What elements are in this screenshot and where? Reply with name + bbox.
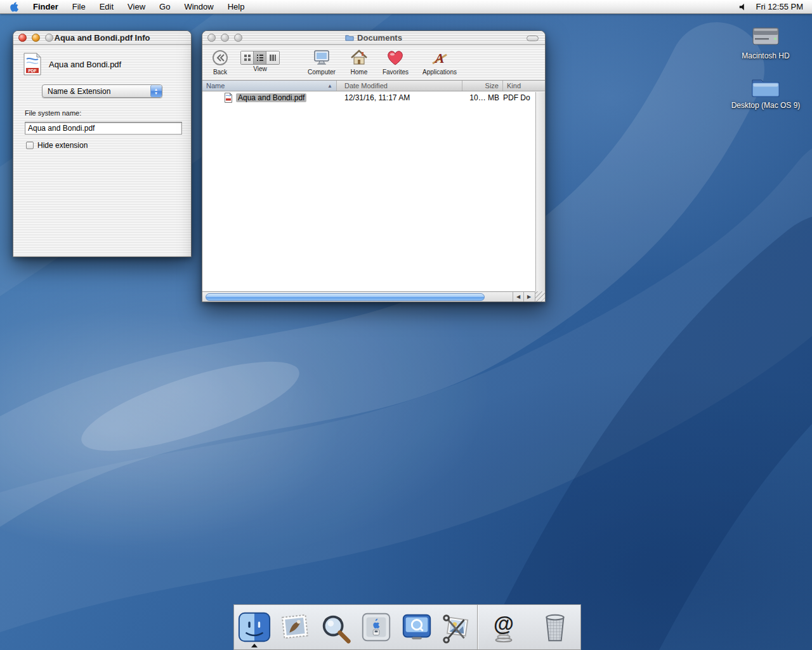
scissors-photo-icon	[440, 610, 474, 644]
list-column-headers: Name ▲ Date Modified Size Kind	[202, 81, 545, 91]
menu-window[interactable]: Window	[177, 0, 220, 14]
file-system-name-input[interactable]	[25, 122, 182, 135]
file-kind-cell: PDF Do	[503, 93, 535, 102]
documents-window-title: Documents	[202, 33, 545, 43]
system-preferences-icon	[359, 610, 393, 644]
svg-text:A: A	[434, 50, 445, 66]
menu-go[interactable]: Go	[152, 0, 177, 14]
column-header-size[interactable]: Size	[462, 81, 503, 91]
file-name-selected: Aqua and Bondi.pdf	[236, 93, 306, 102]
horizontal-scrollbar[interactable]: ◀ ▶	[202, 291, 545, 302]
documents-window: Documents Back	[202, 30, 546, 302]
column-view-button[interactable]	[266, 51, 279, 64]
dock-item-trash[interactable]	[529, 607, 580, 647]
desktop: { "menu_bar": { "items": ["Finder", "Fil…	[0, 0, 812, 650]
file-system-name-label: File system name:	[13, 98, 191, 119]
dock-item-grab[interactable]	[436, 607, 477, 647]
close-button[interactable]	[18, 34, 27, 42]
magnifying-glass-icon	[318, 610, 353, 644]
toolbar-toggle-button[interactable]	[527, 36, 539, 41]
documents-window-titlebar[interactable]: Documents	[202, 31, 545, 45]
desktop-icon-macintosh-hd[interactable]: Macintosh HD	[731, 23, 801, 60]
running-indicator	[251, 644, 258, 647]
resize-grip[interactable]	[535, 291, 545, 302]
menu-finder[interactable]: Finder	[26, 0, 65, 14]
column-header-name[interactable]: Name ▲	[202, 81, 337, 91]
info-file-name: Aqua and Bondi.pdf	[49, 60, 121, 69]
section-dropdown-value: Name & Extension	[43, 87, 150, 96]
column-header-size-label: Size	[485, 82, 499, 90]
trash-icon	[538, 610, 572, 644]
minimize-button[interactable]	[32, 34, 40, 42]
computer-icon	[312, 48, 331, 68]
favorites-heart-icon	[386, 48, 405, 68]
info-window: Aqua and Bondi.pdf Info PDF Aqua and Bon…	[13, 30, 192, 257]
hide-extension-checkbox[interactable]	[26, 142, 34, 149]
menu-file[interactable]: File	[65, 0, 93, 14]
list-view-icon	[256, 54, 264, 62]
list-view-button[interactable]	[254, 51, 266, 64]
mail-stamp-icon	[278, 610, 312, 644]
dock-item-sherlock[interactable]	[315, 607, 356, 647]
column-header-kind-label: Kind	[507, 82, 521, 90]
minimize-button[interactable]	[221, 34, 229, 42]
home-button[interactable]: Home	[350, 48, 369, 76]
menu-view[interactable]: View	[121, 0, 152, 14]
computer-button[interactable]: Computer	[308, 48, 336, 76]
info-file-row: PDF Aqua and Bondi.pdf	[13, 45, 191, 82]
back-button[interactable]: Back	[211, 48, 229, 76]
column-header-date-label: Date Modified	[344, 82, 388, 90]
desktop-icon-label: Macintosh HD	[742, 51, 789, 60]
menu-help[interactable]: Help	[221, 0, 252, 14]
computer-label: Computer	[308, 69, 336, 76]
section-dropdown[interactable]: Name & Extension ▲▼	[42, 84, 162, 98]
icon-view-button[interactable]	[241, 51, 254, 64]
info-window-title: Aqua and Bondi.pdf Info	[13, 33, 191, 43]
menu-clock[interactable]: Fri 12:55 PM	[754, 2, 812, 11]
menu-edit[interactable]: Edit	[93, 0, 121, 14]
hide-extension-row: Hide extension	[13, 135, 191, 150]
documents-window-title-text: Documents	[357, 33, 402, 43]
dock-item-internet-shortcut[interactable]: @	[478, 607, 529, 647]
horizontal-scrollbar-thumb[interactable]	[206, 293, 485, 301]
at-spring-icon: @	[487, 610, 521, 644]
dock-item-quicktime[interactable]	[396, 607, 437, 647]
pdf-file-icon	[224, 93, 233, 103]
column-header-name-label: Name	[206, 82, 225, 90]
close-button[interactable]	[207, 34, 216, 42]
sort-ascending-icon: ▲	[327, 83, 332, 89]
hide-extension-label: Hide extension	[37, 141, 88, 150]
desktop-icon-mac-os-9[interactable]: Desktop (Mac OS 9)	[731, 75, 801, 110]
dock-item-mail[interactable]	[275, 607, 315, 647]
dock-item-finder[interactable]	[234, 607, 275, 647]
zoom-button[interactable]	[234, 34, 242, 42]
applications-label: Applications	[422, 69, 457, 76]
home-label: Home	[351, 69, 368, 76]
desktop-icon-label: Desktop (Mac OS 9)	[731, 101, 801, 110]
applications-icon: A	[430, 48, 449, 68]
zoom-button[interactable]	[45, 34, 53, 42]
file-date-cell: 12/31/16, 11:17 AM	[337, 93, 462, 102]
applications-button[interactable]: A Applications	[422, 48, 457, 76]
favorites-button[interactable]: Favorites	[383, 48, 409, 76]
quicktime-icon	[400, 610, 434, 644]
apple-icon	[9, 1, 18, 12]
speaker-icon	[738, 3, 747, 11]
file-system-field-wrap	[13, 119, 191, 135]
file-name-cell: Aqua and Bondi.pdf	[202, 93, 337, 103]
scroll-right-button[interactable]: ▶	[523, 292, 534, 302]
svg-text:@: @	[494, 612, 514, 635]
apple-menu[interactable]	[0, 0, 26, 14]
file-row[interactable]: Aqua and Bondi.pdf 12/31/16, 11:17 AM 10…	[202, 92, 535, 103]
info-window-titlebar[interactable]: Aqua and Bondi.pdf Info	[13, 31, 191, 45]
menu-bar: Finder File Edit View Go Window Help Fri…	[0, 0, 812, 14]
documents-toolbar: Back	[202, 45, 545, 81]
column-header-date-modified[interactable]: Date Modified	[337, 81, 462, 91]
volume-menu-extra[interactable]	[732, 3, 754, 11]
view-segmented-control	[240, 51, 280, 65]
dock-item-system-preferences[interactable]	[356, 607, 396, 647]
scroll-left-button[interactable]: ◀	[513, 292, 523, 302]
vertical-scrollbar[interactable]	[535, 92, 545, 291]
column-header-kind[interactable]: Kind	[503, 81, 545, 91]
dock: @	[233, 604, 581, 650]
